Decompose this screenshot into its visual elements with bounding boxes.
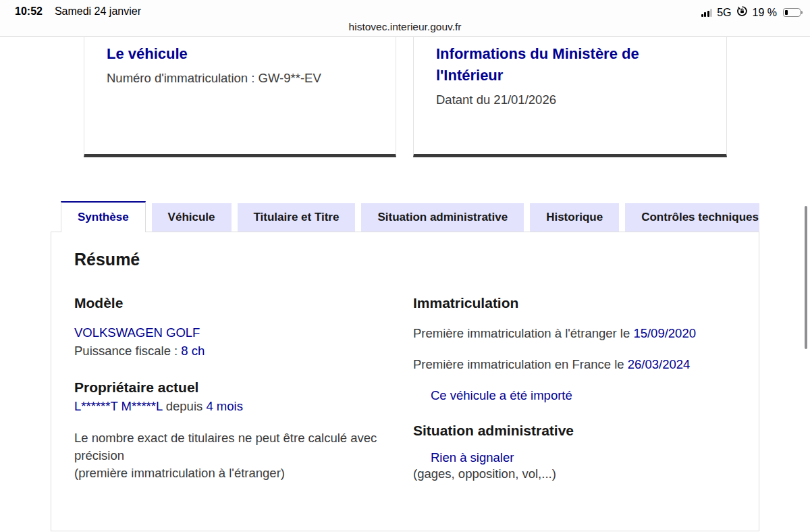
tab-controles-techniques[interactable]: Contrôles techniques bbox=[625, 203, 759, 232]
model-name-value: VOLKSWAGEN GOLF bbox=[74, 325, 393, 340]
ministry-info-card-date: Datant du 21/01/2026 bbox=[436, 92, 713, 107]
owner-count-note-line1: Le nombre exact de titulaires ne peut êt… bbox=[74, 429, 393, 464]
status-bar-left: 10:52 Samedi 24 janvier bbox=[15, 5, 141, 18]
tab-titulaire-et-titre[interactable]: Titulaire et Titre bbox=[238, 203, 356, 232]
battery-icon bbox=[783, 8, 801, 17]
first-foreign-registration-label: Première immatriculation à l'étranger le bbox=[413, 326, 633, 340]
registration-section-heading: Immatriculation bbox=[413, 295, 732, 311]
vehicle-card: Le véhicule Numéro d'immatriculation : G… bbox=[84, 37, 396, 157]
owner-line: L******T M*****L depuis 4 mois bbox=[74, 399, 393, 414]
admin-status-section-heading: Situation administrative bbox=[413, 423, 732, 439]
browser-chrome: 10:52 Samedi 24 janvier 5G 19 % histovec… bbox=[0, 0, 810, 37]
model-section-heading: Modèle bbox=[74, 295, 393, 311]
network-type-label: 5G bbox=[717, 7, 731, 19]
fiscal-power-line: Puissance fiscale : 8 ch bbox=[74, 344, 393, 358]
imported-vehicle-note: Ce véhicule a été importé bbox=[431, 388, 732, 403]
rotation-lock-icon bbox=[736, 5, 748, 20]
admin-status-value: Rien à signaler bbox=[431, 450, 732, 465]
owner-count-note-line2: (première immatriculation à l'étranger) bbox=[74, 464, 393, 482]
battery-percent-label: 19 % bbox=[753, 7, 777, 19]
owner-since-value: 4 mois bbox=[206, 399, 243, 413]
fiscal-power-label: Puissance fiscale : bbox=[74, 344, 181, 358]
report-tabbar: Synthèse Véhicule Titulaire et Titre Sit… bbox=[61, 201, 759, 232]
ministry-info-card: Informations du Ministère de l'Intérieur… bbox=[413, 37, 727, 157]
signal-strength-icon bbox=[701, 9, 713, 17]
first-foreign-registration-date: 15/09/2020 bbox=[633, 326, 696, 340]
owner-masked-name: L******T M*****L bbox=[74, 399, 163, 413]
fiscal-power-value: 8 ch bbox=[181, 344, 205, 358]
tab-synthese[interactable]: Synthèse bbox=[61, 201, 146, 232]
vehicle-card-title: Le véhicule bbox=[107, 43, 382, 65]
vehicle-card-registration-number: Numéro d'immatriculation : GW-9**-EV bbox=[107, 71, 382, 86]
tab-situation-administrative[interactable]: Situation administrative bbox=[361, 203, 524, 232]
clock-date: Samedi 24 janvier bbox=[55, 5, 141, 18]
tab-vehicule[interactable]: Véhicule bbox=[152, 203, 232, 232]
first-france-registration-date: 26/03/2024 bbox=[628, 357, 691, 371]
address-bar[interactable]: histovec.interieur.gouv.fr bbox=[0, 21, 810, 33]
page-scrollbar-thumb[interactable] bbox=[805, 206, 807, 349]
clock-time: 10:52 bbox=[15, 5, 43, 18]
first-france-registration-line: Première immatriculation en France le 26… bbox=[413, 357, 732, 372]
summary-right-column: Immatriculation Première immatriculation… bbox=[413, 295, 732, 483]
first-foreign-registration-line: Première immatriculation à l'étranger le… bbox=[413, 326, 732, 341]
first-france-registration-label: Première immatriculation en France le bbox=[413, 357, 628, 371]
owner-count-note: Le nombre exact de titulaires ne peut êt… bbox=[74, 429, 393, 482]
admin-status-detail: (gages, opposition, vol,...) bbox=[413, 465, 732, 483]
ministry-info-card-title: Informations du Ministère de l'Intérieur bbox=[436, 43, 672, 86]
synthese-panel: Résumé Modèle VOLKSWAGEN GOLF Puissance … bbox=[51, 232, 759, 531]
status-bar-right: 5G 19 % bbox=[701, 5, 801, 20]
owner-since-label: depuis bbox=[163, 399, 207, 413]
owner-section-heading: Propriétaire actuel bbox=[74, 379, 393, 396]
summary-left-column: Modèle VOLKSWAGEN GOLF Puissance fiscale… bbox=[74, 295, 393, 482]
tab-historique[interactable]: Historique bbox=[530, 203, 619, 232]
panel-heading: Résumé bbox=[74, 250, 140, 269]
